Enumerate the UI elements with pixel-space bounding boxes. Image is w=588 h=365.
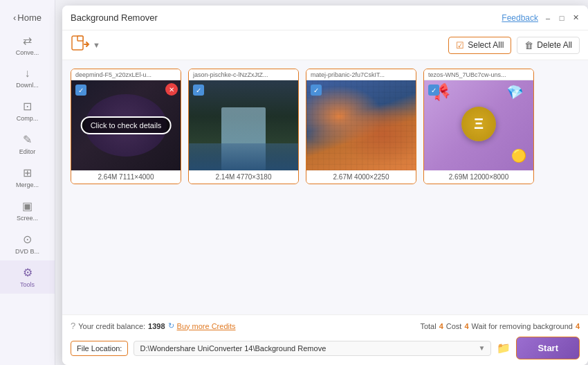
sidebar-item-convert[interactable]: ⇄ Conve... xyxy=(0,28,55,62)
card-2-filename: jason-pischke-c-lNzZxJtZ... xyxy=(189,69,298,80)
sidebar-compress-label: Comp... xyxy=(17,115,39,122)
window-controls: Feedback – □ ✕ xyxy=(502,13,580,23)
add-dropdown-arrow: ▼ xyxy=(93,41,100,49)
file-path-text: D:\Wondershare UniConverter 14\Backgroun… xyxy=(140,344,478,353)
image-card-3[interactable]: matej-pribanic-2fu7CskIT... ✓ 2.67M 4000… xyxy=(306,69,416,184)
card-3-meta: 2.67M 4000×2250 xyxy=(306,170,416,184)
cost-label: Cost xyxy=(446,322,462,330)
background-remover-modal: Background Remover Feedback – □ ✕ xyxy=(62,6,588,365)
add-files-icon xyxy=(71,35,90,55)
editor-icon: ✎ xyxy=(23,133,32,146)
card-2-dims: 4770×3180 xyxy=(237,173,271,181)
file-path-display[interactable]: D:\Wondershare UniConverter 14\Backgroun… xyxy=(134,341,491,356)
toolbar-right: ☑ Select Alll 🗑 Delete All xyxy=(448,37,580,54)
card-4-thumbnail: 🎀 💎 🟡 Ξ ✓ xyxy=(424,80,533,170)
modal-bottom: ? Your credit balance: 1398 ↻ Buy more C… xyxy=(62,314,588,365)
card-4-size: 2.69M xyxy=(449,173,468,181)
card-1-checkbox[interactable]: ✓ xyxy=(75,84,86,96)
help-icon: ? xyxy=(71,321,75,331)
bottom-controls: File Location: D:\Wondershare UniConvert… xyxy=(71,337,580,359)
sidebar: ‹ Home ⇄ Conve... ↓ Downl... ⊡ Comp... ✎… xyxy=(0,0,55,365)
card-3-filename: matej-pribanic-2fu7CskIT... xyxy=(306,69,416,80)
sidebar-item-download[interactable]: ↓ Downl... xyxy=(0,62,55,94)
sidebar-item-screen[interactable]: ▣ Scree... xyxy=(0,194,55,227)
total-count: 4 xyxy=(439,322,443,330)
maximize-button[interactable]: □ xyxy=(558,14,566,22)
image-card-2[interactable]: jason-pischke-c-lNzZxJtZ... ✓ 2.14M 4770… xyxy=(188,69,299,184)
sidebar-item-dvd[interactable]: ⊙ DVD B... xyxy=(0,227,55,260)
sidebar-item-tools[interactable]: ⚙ Tools xyxy=(0,260,55,294)
sidebar-item-editor[interactable]: ✎ Editor xyxy=(0,127,55,161)
download-icon: ↓ xyxy=(25,67,30,80)
total-label: Total xyxy=(420,322,436,330)
sidebar-convert-label: Conve... xyxy=(16,49,39,56)
image-grid: deepmind-F5_x20zxLEl-u... ✓ ✕ Click to c… xyxy=(62,60,588,314)
card-4-dims: 12000×8000 xyxy=(470,173,508,181)
card-1-close-button[interactable]: ✕ xyxy=(165,83,178,96)
card-1-dims: 7111×4000 xyxy=(119,173,154,181)
screen-icon: ▣ xyxy=(22,199,33,213)
browse-folder-button[interactable]: 📁 xyxy=(497,341,511,355)
credits-section: ? Your credit balance: 1398 ↻ Buy more C… xyxy=(71,321,236,331)
tools-icon: ⚙ xyxy=(23,266,33,279)
card-4-meta: 2.69M 12000×8000 xyxy=(424,170,533,184)
card-1-meta: 2.64M 7111×4000 xyxy=(71,170,181,184)
modal-toolbar: ▼ ☑ Select Alll 🗑 Delete All xyxy=(62,30,588,60)
cost-count: 4 xyxy=(464,322,468,330)
modal-title: Background Remover xyxy=(71,12,158,23)
file-location-label: File Location: xyxy=(71,341,128,356)
stats-right: Total 4 Cost 4 Wait for removing backgro… xyxy=(420,322,580,330)
sidebar-dvd-label: DVD B... xyxy=(15,248,39,255)
card-4-filename: tezos-WN5_7UBc7cw-uns... xyxy=(424,69,533,80)
select-all-check-icon: ☑ xyxy=(456,40,464,51)
start-button[interactable]: Start xyxy=(516,337,580,359)
back-icon: ‹ xyxy=(13,12,16,23)
delete-all-icon: 🗑 xyxy=(524,40,533,51)
wait-label: Wait for removing background xyxy=(472,322,573,330)
select-all-button[interactable]: ☑ Select Alll xyxy=(448,37,511,54)
wait-count: 4 xyxy=(576,322,580,330)
bottom-stats: ? Your credit balance: 1398 ↻ Buy more C… xyxy=(71,321,580,331)
sidebar-item-compress[interactable]: ⊡ Comp... xyxy=(0,94,55,127)
convert-icon: ⇄ xyxy=(23,34,32,47)
sidebar-editor-label: Editor xyxy=(19,148,36,155)
compress-icon: ⊡ xyxy=(23,100,32,113)
card-2-checkbox[interactable]: ✓ xyxy=(193,84,204,96)
feedback-link[interactable]: Feedback xyxy=(502,13,538,23)
sidebar-home-label: Home xyxy=(17,12,42,23)
add-file-svg xyxy=(71,35,90,51)
sidebar-download-label: Downl... xyxy=(16,82,39,89)
credit-count: 1398 xyxy=(148,322,165,330)
close-button[interactable]: ✕ xyxy=(571,14,580,22)
card-4-checkbox[interactable]: ✓ xyxy=(428,84,439,96)
svg-rect-1 xyxy=(77,36,83,41)
image-card-4[interactable]: tezos-WN5_7UBc7cw-uns... 🎀 💎 🟡 Ξ ✓ 2.69M… xyxy=(423,69,534,184)
card-1-size: 2.64M xyxy=(98,173,118,181)
credit-label: Your credit balance: xyxy=(78,322,145,330)
card-1-thumbnail: ✓ ✕ Click to check details xyxy=(71,80,181,170)
card-3-thumbnail: ✓ xyxy=(306,80,416,170)
minimize-button[interactable]: – xyxy=(544,14,552,22)
refresh-icon[interactable]: ↻ xyxy=(168,321,174,330)
card-2-size: 2.14M xyxy=(216,173,235,181)
delete-all-label: Delete All xyxy=(537,40,572,50)
sidebar-merger-label: Merge... xyxy=(16,181,39,188)
sidebar-screen-label: Scree... xyxy=(17,215,38,222)
card-1-details-button[interactable]: Click to check details xyxy=(81,116,172,134)
dvd-icon: ⊙ xyxy=(23,233,32,246)
delete-all-button[interactable]: 🗑 Delete All xyxy=(517,37,580,54)
select-all-label: Select Alll xyxy=(468,40,504,50)
card-3-dims: 4000×2250 xyxy=(354,173,389,181)
sidebar-item-merger[interactable]: ⊞ Merge... xyxy=(0,161,55,194)
buy-credits-link[interactable]: Buy more Credits xyxy=(177,322,236,330)
main-content: Background Remover Feedback – □ ✕ xyxy=(55,0,588,365)
sidebar-back-button[interactable]: ‹ Home xyxy=(0,7,55,28)
card-3-size: 2.67M xyxy=(333,173,353,181)
merger-icon: ⊞ xyxy=(23,166,32,179)
sidebar-tools-label: Tools xyxy=(20,281,35,288)
modal-titlebar: Background Remover Feedback – □ ✕ xyxy=(62,6,588,30)
image-card-1[interactable]: deepmind-F5_x20zxLEl-u... ✓ ✕ Click to c… xyxy=(71,69,181,184)
add-files-button[interactable]: ▼ xyxy=(71,35,100,55)
card-3-checkbox[interactable]: ✓ xyxy=(311,84,322,96)
card-2-thumbnail: ✓ xyxy=(189,80,298,170)
